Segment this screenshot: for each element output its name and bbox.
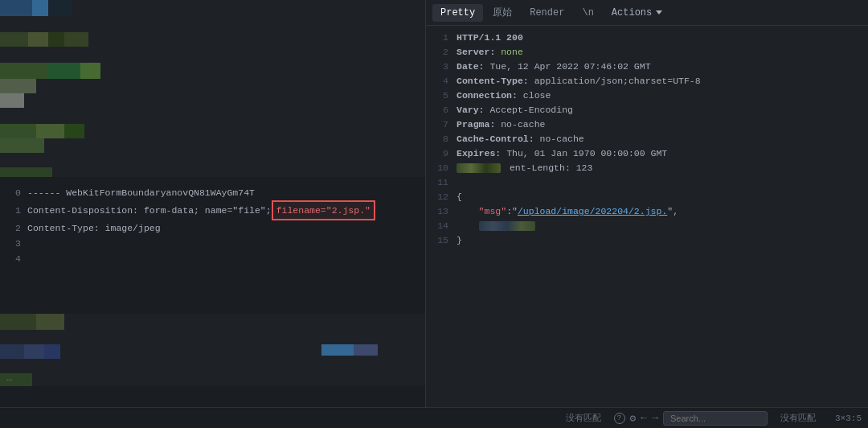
resp-line-2: 2 Server: none	[432, 45, 862, 60]
svg-rect-33	[0, 344, 24, 359]
resp-line-9: 9 Expires: Thu, 01 Jan 1970 00:00:00 GMT	[432, 146, 862, 161]
line-col-info: 3×3:5	[835, 414, 862, 423]
svg-rect-35	[44, 344, 60, 359]
svg-rect-19	[0, 108, 426, 124]
svg-rect-4	[0, 16, 426, 32]
svg-rect-6	[28, 32, 48, 47]
left-mosaic-area	[0, 0, 426, 177]
redacted-block-10	[457, 163, 501, 173]
search-input[interactable]	[663, 411, 768, 426]
request-line-3: 3	[6, 236, 419, 251]
svg-rect-9	[88, 32, 426, 47]
left-bottom-mosaic	[0, 314, 425, 386]
request-line-1: 1 Content-Disposition: form-data; name="…	[6, 200, 419, 220]
left-bottom-dots: …	[6, 373, 12, 383]
resp-line-1: 1 HTTP/1.1 200	[432, 31, 862, 45]
svg-rect-21	[36, 124, 64, 138]
status-bar: 没有匹配 ? ⚙ ← → 没有匹配 3×3:5	[0, 407, 868, 428]
resp-line-10: 10 ent-Length: 123	[432, 161, 862, 175]
redacted-block-14	[479, 221, 535, 231]
response-wrapper: 1 HTTP/1.1 200 2 Server: none 3 Date: Tu…	[426, 26, 868, 407]
status-right: 没有匹配	[780, 412, 816, 424]
svg-rect-23	[84, 124, 426, 138]
svg-rect-34	[24, 344, 44, 359]
response-content: 1 HTTP/1.1 200 2 Server: none 3 Date: Tu…	[426, 26, 868, 253]
svg-rect-17	[0, 93, 24, 108]
no-match-left: 没有匹配	[566, 412, 601, 424]
svg-rect-37	[0, 359, 425, 373]
svg-rect-11	[0, 63, 48, 79]
resp-line-14: 14	[432, 219, 862, 233]
tab-pretty[interactable]: Pretty	[432, 4, 483, 22]
svg-rect-12	[48, 63, 80, 79]
svg-rect-7	[48, 32, 64, 47]
request-line-2: 2 Content-Type: image/jpeg	[6, 220, 419, 236]
svg-rect-27	[0, 167, 52, 177]
resp-line-6: 6 Vary: Accept-Encoding	[432, 103, 862, 117]
forward-arrow[interactable]: →	[652, 412, 658, 424]
svg-rect-22	[64, 124, 84, 138]
resp-line-12: 12 {	[432, 190, 862, 204]
back-arrow[interactable]: ←	[641, 412, 647, 424]
actions-button[interactable]: Actions	[607, 5, 667, 21]
resp-line-15: 15 }	[432, 233, 862, 248]
request-text-area: 0 ------ WebKitFormBoundaryanovQN81WAyGm…	[0, 185, 425, 266]
request-line-0: 0 ------ WebKitFormBoundaryanovQN81WAyGm…	[6, 185, 419, 200]
svg-rect-30	[36, 314, 64, 330]
svg-rect-41	[32, 373, 425, 386]
resp-line-11: 11	[432, 175, 862, 190]
svg-rect-40	[0, 373, 32, 386]
help-icon[interactable]: ?	[614, 413, 625, 424]
resp-line-7: 7 Pragma: no-cache	[432, 117, 862, 132]
svg-rect-5	[0, 32, 28, 47]
status-left: 没有匹配	[6, 412, 601, 424]
svg-rect-1	[32, 0, 48, 16]
svg-rect-28	[52, 167, 426, 177]
svg-rect-14	[100, 63, 426, 79]
tabs-bar: Pretty 原始 Render \n Actions	[426, 0, 868, 26]
svg-rect-10	[0, 47, 426, 63]
no-match-right: 没有匹配	[780, 414, 816, 423]
main-container: 0 ------ WebKitFormBoundaryanovQN81WAyGm…	[0, 0, 868, 407]
svg-rect-29	[0, 314, 36, 330]
tab-newline[interactable]: \n	[574, 4, 601, 22]
resp-line-4: 4 Content-Type: application/json;charset…	[432, 74, 862, 88]
svg-rect-2	[48, 0, 72, 16]
settings-icon[interactable]: ⚙	[630, 412, 637, 425]
svg-rect-39	[354, 344, 378, 356]
resp-line-13: 13 "msg":"/upload/image/202204/2.jsp.",	[432, 204, 862, 219]
chevron-down-icon	[656, 10, 662, 14]
svg-rect-31	[64, 314, 425, 330]
svg-rect-20	[0, 124, 36, 138]
status-icons: ? ⚙ ← →	[614, 411, 768, 426]
resp-line-5: 5 Connection: close	[432, 88, 862, 103]
svg-rect-13	[80, 63, 100, 79]
right-pane: Pretty 原始 Render \n Actions 1 HTTP	[426, 0, 868, 407]
svg-rect-38	[321, 344, 354, 356]
svg-rect-25	[44, 138, 426, 153]
svg-rect-26	[0, 153, 426, 167]
left-pane: 0 ------ WebKitFormBoundaryanovQN81WAyGm…	[0, 0, 426, 407]
svg-rect-16	[36, 79, 426, 93]
tab-raw[interactable]: 原始	[485, 2, 520, 23]
tab-render[interactable]: Render	[522, 4, 572, 22]
filename-highlight: filename="2.jsp."	[272, 200, 375, 220]
svg-rect-32	[0, 330, 425, 344]
svg-rect-24	[0, 138, 44, 153]
resp-line-3: 3 Date: Tue, 12 Apr 2022 07:46:02 GMT	[432, 60, 862, 74]
svg-rect-0	[0, 0, 32, 16]
request-line-4: 4	[6, 251, 419, 266]
svg-rect-15	[0, 79, 36, 93]
svg-rect-8	[64, 32, 88, 47]
resp-line-8: 8 Cache-Control: no-cache	[432, 132, 862, 146]
svg-rect-18	[24, 93, 426, 108]
svg-rect-3	[72, 0, 426, 16]
msg-link[interactable]: /upload/image/202204/2.jsp.	[518, 206, 667, 216]
